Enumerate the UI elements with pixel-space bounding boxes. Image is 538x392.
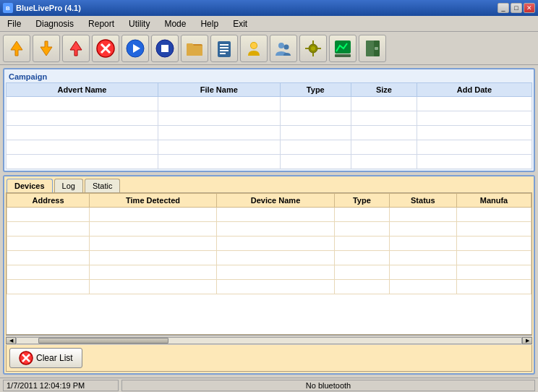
devices-col-name: Device Name	[217, 194, 335, 208]
download-button[interactable]	[33, 35, 60, 62]
exit-button[interactable]	[359, 35, 386, 62]
main-content: Campaign Advert Name File Name Type Size…	[0, 65, 538, 378]
svg-rect-15	[220, 50, 229, 51]
status-bar: 1/7/2011 12:04:19 PM No bluetooth	[0, 378, 538, 392]
campaign-col-type: Type	[280, 83, 351, 97]
scroll-track[interactable]	[16, 337, 522, 344]
stop-button[interactable]	[92, 35, 119, 62]
svg-rect-9	[161, 45, 168, 52]
svg-rect-11	[187, 46, 202, 56]
svg-point-22	[311, 46, 315, 51]
devices-col-manufa: Manufa	[456, 194, 531, 208]
close-button[interactable]: ✕	[524, 3, 535, 13]
graph-button[interactable]	[329, 35, 356, 62]
folder-button[interactable]	[181, 35, 208, 62]
devices-table-wrap: Address Time Detected Device Name Type S…	[6, 192, 532, 335]
clear-list-button[interactable]: Clear List	[9, 348, 82, 368]
list-button[interactable]	[210, 35, 238, 62]
svg-point-20	[284, 44, 289, 49]
svg-marker-2	[70, 41, 82, 56]
table-row	[7, 155, 532, 169]
menu-utility[interactable]: Utility	[124, 17, 154, 30]
svg-rect-28	[335, 54, 351, 57]
table-row	[7, 140, 532, 155]
svg-rect-25	[305, 48, 309, 49]
horizontal-scrollbar[interactable]: ◀ ▶	[6, 335, 532, 345]
config-button[interactable]	[299, 35, 327, 62]
clear-list-label: Clear List	[36, 353, 73, 363]
menu-mode[interactable]: Mode	[160, 17, 190, 30]
devices-table: Address Time Detected Device Name Type S…	[7, 193, 531, 294]
user2-button[interactable]	[270, 35, 297, 62]
status-bluetooth: No bluetooth	[121, 380, 535, 391]
svg-rect-23	[312, 41, 314, 44]
svg-rect-16	[220, 53, 226, 54]
campaign-table: Advert Name File Name Type Size Add Date	[6, 82, 532, 169]
devices-col-type: Type	[335, 194, 390, 208]
upload-button[interactable]	[62, 35, 90, 62]
devices-col-address: Address	[7, 194, 90, 208]
clear-list-area: Clear List	[6, 345, 532, 372]
menu-bar: File Diagnosis Report Utility Mode Help …	[0, 16, 538, 32]
table-row	[7, 280, 531, 294]
scroll-right-button[interactable]: ▶	[522, 337, 532, 344]
menu-file[interactable]: File	[3, 17, 25, 30]
table-row	[7, 126, 532, 140]
menu-help[interactable]: Help	[196, 17, 223, 30]
app-icon: B	[3, 3, 13, 13]
devices-section: Devices Log Static Address Time Detected…	[3, 175, 535, 375]
tab-static[interactable]: Static	[85, 179, 121, 192]
menu-diagnosis[interactable]: Diagnosis	[31, 17, 78, 30]
maximize-button[interactable]: □	[511, 3, 522, 13]
table-row	[7, 111, 532, 126]
devices-col-status: Status	[389, 194, 456, 208]
tab-log[interactable]: Log	[54, 179, 83, 192]
svg-point-19	[278, 43, 284, 48]
menu-exit[interactable]: Exit	[229, 17, 252, 30]
tab-devices[interactable]: Devices	[7, 179, 53, 192]
svg-rect-13	[220, 44, 229, 46]
campaign-col-size: Size	[351, 83, 417, 97]
add-button[interactable]	[3, 35, 30, 62]
table-row	[7, 208, 531, 222]
table-row	[7, 237, 531, 251]
devices-col-time: Time Detected	[90, 194, 217, 208]
tabs-bar: Devices Log Static	[4, 176, 534, 192]
svg-rect-26	[317, 48, 321, 49]
campaign-label: Campaign	[6, 71, 532, 82]
svg-rect-24	[312, 53, 314, 56]
clear-icon	[19, 351, 33, 365]
table-row	[7, 97, 532, 111]
toolbar	[0, 32, 538, 65]
svg-point-18	[251, 43, 257, 48]
table-row	[7, 265, 531, 280]
window-controls: _ □ ✕	[498, 3, 535, 13]
svg-marker-0	[11, 41, 22, 56]
minimize-button[interactable]: _	[498, 3, 509, 13]
svg-marker-1	[40, 41, 52, 56]
campaign-col-advert: Advert Name	[7, 83, 158, 97]
scroll-thumb[interactable]	[38, 338, 168, 344]
user1-button[interactable]	[240, 35, 268, 62]
window-title: BlueLivePro (4.1)	[16, 4, 81, 12]
svg-rect-14	[220, 47, 229, 48]
menu-report[interactable]: Report	[84, 17, 119, 30]
status-datetime: 1/7/2011 12:04:19 PM	[3, 380, 119, 391]
svg-rect-31	[375, 47, 378, 50]
table-row	[7, 222, 531, 237]
square-button[interactable]	[151, 35, 179, 62]
title-bar: B BlueLivePro (4.1) _ □ ✕	[0, 0, 538, 16]
svg-rect-12	[218, 41, 231, 57]
play-button[interactable]	[121, 35, 149, 62]
campaign-col-adddate: Add Date	[417, 83, 531, 97]
scroll-left-button[interactable]: ◀	[6, 337, 16, 344]
campaign-col-filename: File Name	[158, 83, 280, 97]
table-row	[7, 251, 531, 265]
campaign-section: Campaign Advert Name File Name Type Size…	[3, 68, 535, 172]
